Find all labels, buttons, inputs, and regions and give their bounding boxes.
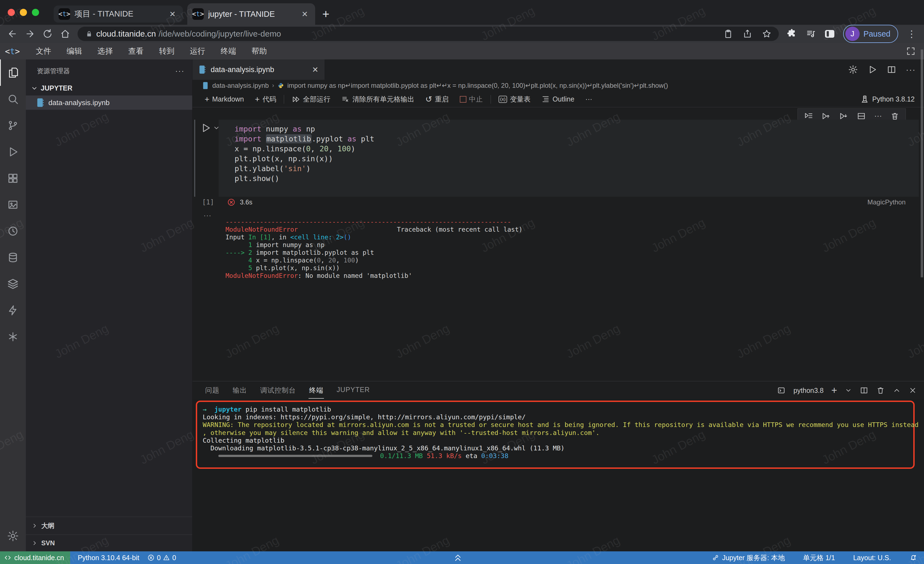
panel-tab-终端[interactable]: 终端: [309, 382, 324, 399]
split-cell-icon[interactable]: [856, 111, 866, 121]
browser-profile-button[interactable]: J Paused: [843, 25, 898, 43]
clear-outputs-button[interactable]: 清除所有单元格输出: [336, 91, 420, 107]
panel-tab-问题[interactable]: 问题: [205, 382, 220, 399]
problems-status[interactable]: 0 0: [147, 554, 176, 562]
explorer-icon[interactable]: [0, 59, 26, 86]
lightning-icon[interactable]: [0, 297, 26, 323]
terminal-dropdown-icon[interactable]: [845, 387, 852, 394]
add-code-button[interactable]: +代码: [249, 91, 282, 107]
execute-below-icon[interactable]: [839, 111, 848, 121]
cell-more-icon[interactable]: ···: [874, 111, 882, 121]
bookmark-star-icon[interactable]: [762, 29, 772, 39]
run-editor-icon[interactable]: [867, 65, 877, 75]
restart-kernel-button[interactable]: ↺重启: [420, 91, 454, 107]
sidebar-section-jupyter[interactable]: JUPYTER: [26, 80, 192, 95]
menu-item[interactable]: 文件: [28, 43, 59, 59]
add-markdown-button[interactable]: +Markdown: [199, 91, 249, 107]
search-icon[interactable]: [0, 86, 26, 112]
preview-image-icon[interactable]: [0, 191, 26, 218]
menu-item[interactable]: 转到: [151, 43, 182, 59]
more-actions-icon[interactable]: ···: [906, 65, 916, 74]
kernel-picker[interactable]: Python 3.8.12: [860, 95, 924, 104]
history-icon[interactable]: [0, 218, 26, 244]
panel-tab-JUPYTER[interactable]: JUPYTER: [336, 382, 370, 399]
share-icon[interactable]: [742, 29, 752, 39]
terminal-shell-label[interactable]: python3.8: [794, 387, 824, 394]
menu-item[interactable]: 编辑: [59, 43, 90, 59]
maximize-panel-icon[interactable]: [892, 386, 901, 394]
close-tab-icon[interactable]: ✕: [312, 65, 318, 74]
close-tab-icon[interactable]: ✕: [300, 10, 310, 19]
code-cell[interactable]: import numpy as npimport matplotlib.pypl…: [219, 120, 919, 197]
terminal-output[interactable]: → jupyter pip install matplotlibLooking …: [202, 406, 918, 460]
sidebar-section-outline[interactable]: 大纲: [26, 517, 192, 535]
database-icon[interactable]: [0, 244, 26, 271]
interrupt-button[interactable]: 中止: [454, 91, 488, 107]
run-debug-icon[interactable]: [0, 139, 26, 165]
home-icon[interactable]: [60, 29, 70, 39]
back-icon[interactable]: [7, 29, 18, 39]
restore-panel-chevrons-icon[interactable]: [453, 552, 462, 563]
browser-menu-icon[interactable]: ⋮: [907, 29, 916, 39]
new-terminal-icon[interactable]: +: [831, 385, 837, 396]
kill-terminal-icon[interactable]: [876, 386, 885, 395]
outline-button[interactable]: Outline: [536, 91, 580, 107]
close-panel-icon[interactable]: [909, 386, 917, 394]
execute-cell-and-below-icon[interactable]: [804, 111, 813, 121]
editor-tab-notebook[interactable]: data-analysis.ipynb ✕: [192, 59, 324, 80]
editor-scrollbar[interactable]: [921, 50, 923, 277]
notifications-bell-icon[interactable]: [909, 553, 917, 562]
menu-item[interactable]: 终端: [213, 43, 244, 59]
sidebar-section-svn[interactable]: SVN: [26, 535, 192, 551]
variables-button[interactable]: (x)变量表: [493, 91, 536, 107]
split-editor-icon[interactable]: [886, 65, 897, 75]
browser-tab-project[interactable]: <t> 项目 - TITANIDE ✕: [54, 6, 183, 23]
asterisk-icon[interactable]: [0, 323, 26, 350]
split-terminal-icon[interactable]: [860, 386, 868, 395]
source-control-icon[interactable]: [0, 112, 26, 139]
jupyter-server-status[interactable]: Jupyter 服务器: 本地: [712, 553, 785, 562]
run-cell-button[interactable]: [200, 122, 211, 134]
breadcrumb-cell-code[interactable]: import numpy as np↵import matplotlib.pyp…: [287, 82, 668, 89]
fullscreen-icon[interactable]: [906, 46, 916, 56]
forward-icon[interactable]: [25, 29, 35, 39]
notebook-settings-gear-icon[interactable]: [848, 65, 858, 75]
menu-item[interactable]: 查看: [120, 43, 151, 59]
playlist-icon[interactable]: [806, 29, 816, 39]
extensions-icon[interactable]: [0, 165, 26, 191]
maximize-window-button[interactable]: [32, 9, 39, 16]
menu-item[interactable]: 运行: [182, 43, 213, 59]
panel-tab-输出[interactable]: 输出: [232, 382, 248, 399]
browser-tab-jupyter[interactable]: <t> jupyter - TITANIDE ✕: [187, 3, 315, 25]
cell-language-label[interactable]: MagicPython: [867, 199, 906, 206]
close-window-button[interactable]: [8, 9, 15, 16]
clipboard-icon[interactable]: [723, 29, 733, 39]
keyboard-layout-status[interactable]: Layout: U.S.: [853, 554, 891, 562]
terminal-panel[interactable]: → jupyter pip install matplotlibLooking …: [192, 400, 924, 551]
breadcrumb[interactable]: data-analysis.ipynb › import numpy as np…: [192, 80, 924, 91]
python-version-status[interactable]: Python 3.10.4 64-bit: [78, 554, 140, 562]
run-all-button[interactable]: 全部运行: [286, 91, 336, 107]
breadcrumb-file[interactable]: data-analysis.ipynb: [212, 82, 268, 89]
window-controls[interactable]: [8, 9, 39, 16]
settings-gear-icon[interactable]: [0, 523, 26, 549]
remote-indicator[interactable]: cloud.titanide.cn: [0, 551, 70, 564]
url-bar[interactable]: cloud.titanide.cn/ide/web/coding/jupyter…: [78, 27, 779, 41]
extensions-puzzle-icon[interactable]: [786, 29, 797, 39]
execute-above-icon[interactable]: [821, 111, 831, 121]
reading-sidebar-icon[interactable]: [825, 30, 834, 38]
layers-icon[interactable]: [0, 271, 26, 297]
menu-item[interactable]: 帮助: [244, 43, 274, 59]
toolbar-more-icon[interactable]: ···: [580, 91, 598, 107]
panel-tab-调试控制台[interactable]: 调试控制台: [260, 382, 297, 399]
output-collapse-icon[interactable]: ···: [204, 211, 212, 220]
close-tab-icon[interactable]: ✕: [168, 10, 177, 19]
reload-icon[interactable]: [42, 29, 53, 39]
menu-item[interactable]: 选择: [90, 43, 120, 59]
delete-cell-icon[interactable]: [890, 111, 900, 121]
explorer-more-icon[interactable]: ···: [175, 66, 184, 75]
cell-code[interactable]: import numpy as npimport matplotlib.pypl…: [219, 120, 919, 183]
file-item-notebook[interactable]: data-analysis.ipynb: [26, 95, 192, 110]
cell-position-status[interactable]: 单元格 1/1: [803, 553, 835, 562]
minimize-window-button[interactable]: [20, 9, 27, 16]
